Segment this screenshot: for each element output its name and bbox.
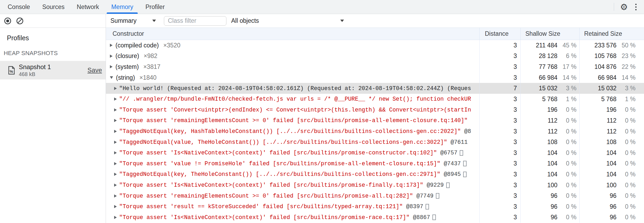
reveal-box-icon[interactable] [460, 150, 463, 156]
table-row[interactable]: "Torque assert 'value != PromiseHole' fa… [106, 158, 644, 169]
table-row[interactable]: "Hello world! (Requested at: 2024-08-19T… [106, 83, 644, 94]
retained-size-percent: 0 % [616, 203, 636, 210]
table-row[interactable]: "Torque assert 'Is<NativeContext>(contex… [106, 212, 644, 223]
table-row[interactable]: "Torque assert 'Convert<uintptr>(endInde… [106, 105, 644, 115]
disclosure-triangle[interactable] [114, 184, 117, 187]
tab-strip: ConsoleSourcesNetworkMemoryProfiler [0, 0, 171, 14]
constructor-label: (system) [115, 63, 139, 70]
disclosure-triangle[interactable] [114, 130, 117, 133]
string-value: "Torque assert 'remainingElementsCount >… [119, 193, 413, 199]
disclosure-triangle[interactable] [114, 205, 117, 208]
disclosure-triangle[interactable] [114, 194, 117, 198]
table-row[interactable]: (compiled code)×35203211 48445 %233 5765… [106, 40, 644, 51]
shallow-size-cell: 1080 % [520, 137, 579, 148]
disclosure-triangle[interactable] [114, 108, 117, 112]
gear-icon[interactable]: ⚙ [620, 3, 628, 11]
disclosure-triangle[interactable] [114, 97, 117, 101]
profiles-title: Profiles [7, 34, 106, 42]
table-row[interactable]: (closure)×982328 1286 %105 76823 % [106, 51, 644, 62]
shallow-size-percent: 0 % [557, 106, 576, 113]
string-value: "Torque assert 'remainingElementsCount >… [119, 117, 468, 124]
instance-count: ×3817 [143, 63, 160, 70]
table-row[interactable]: "Torque assert 'result == kStoreSucceded… [106, 201, 644, 212]
tab-sources[interactable]: Sources [37, 0, 70, 14]
reveal-box-icon[interactable] [432, 215, 436, 220]
disclosure-triangle[interactable] [114, 173, 117, 176]
distance-cell: 3 [479, 158, 520, 169]
column-header-shallow-size[interactable]: Shallow Size [520, 28, 579, 40]
retained-size-value: 112 [580, 117, 616, 124]
shallow-size-percent: 0 % [557, 117, 576, 124]
reveal-box-icon[interactable] [436, 193, 439, 199]
distance-cell: 7 [479, 83, 520, 94]
string-value: "Torque assert 'Is<NativeContext>(contex… [119, 182, 423, 188]
table-row[interactable]: "TaggedNotEqual(value, TheHoleConstant()… [106, 137, 644, 148]
retained-size-cell: 1960 % [579, 105, 644, 115]
table-row[interactable]: "TaggedNotEqual(key, HashTableHoleConsta… [106, 126, 644, 137]
retained-size-cell: 1000 % [579, 180, 644, 191]
shallow-size-cell: 1000 % [520, 180, 579, 191]
tabbar-actions: ⚙ [614, 0, 644, 14]
class-filter-input[interactable] [164, 16, 226, 26]
constructor-cell: "Torque assert 'remainingElementsCount >… [106, 190, 479, 201]
snapshot-info: Snapshot 1 468 kB [19, 63, 87, 77]
retained-size-percent: 0 % [616, 117, 636, 124]
instance-count: ×982 [144, 52, 157, 60]
tab-network[interactable]: Network [71, 0, 105, 14]
reveal-box-icon[interactable] [463, 172, 467, 177]
disclosure-triangle[interactable] [114, 87, 117, 90]
object-id: @7611 [447, 139, 468, 145]
disclosure-triangle[interactable] [114, 216, 117, 219]
profiles-toolbar [0, 14, 106, 28]
disclosure-triangle[interactable] [110, 44, 113, 47]
disclosure-triangle[interactable] [110, 76, 113, 79]
reveal-box-icon[interactable] [446, 182, 450, 188]
heap-snapshot-main: Summary All objects Constructor Distance… [106, 14, 644, 223]
tab-console[interactable]: Console [2, 0, 35, 14]
tab-memory[interactable]: Memory [106, 0, 139, 14]
object-filter-select[interactable]: All objects [231, 17, 344, 24]
table-row[interactable]: "Torque assert 'remainingElementsCount >… [106, 190, 644, 201]
retained-size-value: 104 876 [580, 63, 616, 70]
retained-size-value: 96 [580, 214, 616, 221]
retained-size-cell: 960 % [579, 190, 644, 201]
snapshot-save-link[interactable]: Save [87, 66, 102, 74]
distance-cell: 3 [479, 94, 520, 105]
reveal-box-icon[interactable] [426, 204, 429, 209]
column-header-distance[interactable]: Distance [479, 28, 520, 40]
disclosure-triangle[interactable] [114, 119, 117, 122]
reveal-box-icon[interactable] [463, 161, 467, 166]
tab-profiler[interactable]: Profiler [140, 0, 170, 14]
table-row[interactable]: (string)×1840366 98414 %66 98414 % [106, 72, 644, 83]
shallow-size-value: 5 768 [521, 96, 557, 103]
retained-size-percent: 14 % [616, 74, 636, 81]
kebab-menu-icon[interactable] [634, 3, 638, 11]
table-row[interactable]: "TaggedNotEqual(key, TheHoleConstant()) … [106, 169, 644, 180]
disclosure-triangle[interactable] [114, 162, 117, 165]
table-row[interactable]: "Torque assert 'Is<NativeContext>(contex… [106, 148, 644, 158]
shallow-size-percent: 1 % [557, 96, 576, 103]
record-icon[interactable] [4, 17, 12, 25]
string-value: "// .wrangler/tmp/bundle-FmNIt0/checked-… [119, 96, 471, 102]
column-header-constructor[interactable]: Constructor [106, 30, 479, 37]
constructor-cell: "Hello world! (Requested at: 2024-08-19T… [106, 83, 479, 94]
shallow-size-percent: 17 % [557, 63, 576, 70]
string-value: "TaggedNotEqual(key, HashTableHoleConsta… [119, 128, 461, 135]
disclosure-triangle[interactable] [110, 55, 113, 58]
constructor-cell: "Torque assert 'Is<NativeContext>(contex… [106, 180, 479, 191]
disclosure-triangle[interactable] [114, 151, 117, 154]
perspective-select[interactable]: Summary [110, 17, 156, 24]
disclosure-triangle[interactable] [110, 65, 113, 68]
retained-size-cell: 1040 % [579, 169, 644, 180]
disclosure-triangle[interactable] [114, 141, 117, 144]
snapshot-name: Snapshot 1 [19, 63, 87, 71]
table-row[interactable]: "Torque assert 'Is<NativeContext>(contex… [106, 180, 644, 191]
table-row[interactable]: "Torque assert 'remainingElementsCount >… [106, 115, 644, 126]
heap-snapshot-document-icon: % [8, 66, 15, 75]
clear-icon[interactable] [16, 17, 24, 25]
snapshot-item[interactable]: % Snapshot 1 468 kB Save [0, 61, 106, 79]
table-row[interactable]: (system)×3817377 76817 %104 87622 % [106, 61, 644, 72]
column-header-retained-size[interactable]: Retained Size [579, 28, 644, 40]
string-value: "Torque assert 'Is<NativeContext>(contex… [119, 150, 437, 156]
table-row[interactable]: "// .wrangler/tmp/bundle-FmNIt0/checked-… [106, 94, 644, 105]
